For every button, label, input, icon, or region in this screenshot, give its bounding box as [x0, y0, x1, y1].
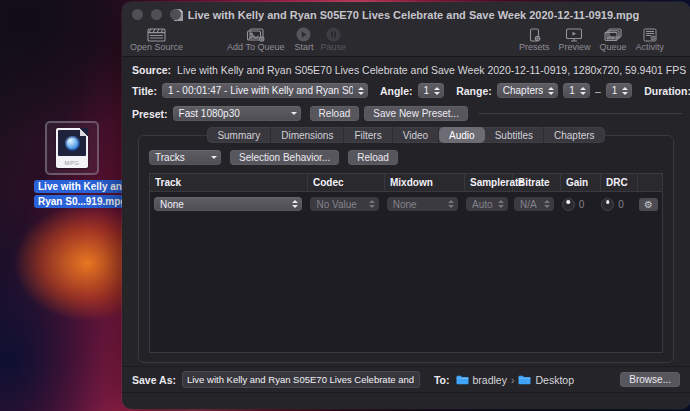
chevron-updown-icon	[548, 87, 554, 95]
source-row: Source: Live with Kelly and Ryan S05E70 …	[122, 57, 690, 80]
add-to-queue-icon	[246, 27, 265, 42]
codec-select-value: No Value	[316, 199, 356, 210]
chevron-updown-icon	[358, 87, 364, 95]
drc-knob[interactable]	[601, 198, 614, 211]
activity-button[interactable]: Activity	[635, 27, 664, 52]
track-cell: None	[150, 197, 306, 211]
start-button[interactable]: Start	[294, 27, 313, 52]
file-name-label: Live with Kelly and Ryan S0...919.mpg	[34, 178, 110, 208]
minimize-button[interactable]	[151, 9, 162, 20]
audio-track-row: None No Value None	[150, 192, 662, 216]
zoom-button[interactable]	[170, 9, 181, 20]
open-source-label: Open Source	[130, 42, 183, 52]
bitrate-select-value: N/A	[520, 199, 537, 210]
angle-label: Angle:	[380, 85, 413, 97]
add-to-queue-button[interactable]: Add To Queue	[227, 27, 284, 52]
tracks-menu-label: Tracks	[155, 152, 185, 163]
gain-knob[interactable]	[562, 198, 575, 211]
pause-label: Pause	[320, 42, 346, 52]
toolbar-right-group: Presets Preview Queue Activity	[519, 27, 664, 52]
source-value: Live with Kelly and Ryan S05E70 Lives Ce…	[177, 64, 686, 76]
handbrake-window: Live with Kelly and Ryan S05E70 Lives Ce…	[122, 2, 690, 409]
angle-popup[interactable]: 1	[418, 83, 445, 98]
tab-chapters[interactable]: Chapters	[544, 127, 605, 143]
source-label: Source:	[132, 64, 171, 76]
tab-summary[interactable]: Summary	[207, 127, 271, 143]
close-button[interactable]	[132, 9, 143, 20]
queue-label: Queue	[599, 42, 626, 52]
audio-controls-row: Tracks Selection Behavior... Reload	[149, 150, 663, 165]
file-type-badge: MPG	[56, 160, 88, 166]
chevron-updown-icon	[580, 87, 586, 95]
save-new-preset-button[interactable]: Save New Preset...	[364, 106, 468, 121]
column-codec: Codec	[308, 174, 385, 191]
page-fold	[80, 128, 88, 136]
chevron-down-icon	[291, 112, 297, 115]
preview-label: Preview	[558, 42, 590, 52]
bitrate-select: N/A	[514, 197, 554, 211]
file-name-line2: Ryan S0...919.mpg	[34, 195, 130, 208]
column-samplerate: Samplerate	[465, 174, 513, 191]
file-name-line1: Live with Kelly and	[34, 180, 132, 193]
title-row: Title: 1 - 00:01:47 - Live with Kelly an…	[122, 80, 690, 100]
desktop-file-icon[interactable]: MPG Live with Kelly and Ryan S0...919.mp…	[34, 121, 110, 208]
tab-bar: Summary Dimensions Filters Video Audio S…	[207, 127, 604, 143]
gain-value: 0	[579, 199, 585, 210]
file-selection-highlight: MPG	[45, 121, 99, 175]
queue-stack-icon	[604, 27, 622, 42]
track-settings-button[interactable]: ⚙	[639, 198, 658, 211]
column-bitrate: Bitrate	[513, 174, 561, 191]
tab-dimensions[interactable]: Dimensions	[271, 127, 344, 143]
folder-icon	[456, 375, 469, 385]
range-type-value: Chapters	[503, 85, 544, 96]
range-from-popup[interactable]: 1	[563, 83, 590, 98]
toolbar: Open Source Add To Queue Start Pause	[122, 27, 690, 56]
range-to-popup[interactable]: 1	[606, 83, 633, 98]
chevron-updown-icon	[498, 200, 504, 208]
chevron-updown-icon	[369, 200, 375, 208]
browse-button[interactable]: Browse...	[620, 372, 680, 387]
tab-audio[interactable]: Audio	[439, 127, 485, 143]
titlebar[interactable]: Live with Kelly and Ryan S05E70 Lives Ce…	[122, 2, 690, 27]
preset-popup[interactable]: Fast 1080p30	[173, 106, 301, 121]
samplerate-select-value: Auto	[472, 199, 493, 210]
to-label: To:	[434, 374, 450, 386]
play-icon	[296, 27, 311, 42]
mpg-file-icon: MPG	[56, 128, 88, 168]
preset-label: Preset:	[132, 108, 168, 120]
column-mixdown: Mixdown	[385, 174, 465, 191]
activity-log-icon	[643, 27, 657, 42]
add-to-queue-label: Add To Queue	[227, 42, 284, 52]
tabs-row: Summary Dimensions Filters Video Audio S…	[122, 127, 690, 143]
tracks-menu-button[interactable]: Tracks	[149, 150, 221, 165]
range-type-popup[interactable]: Chapters	[497, 83, 559, 98]
title-label: Title:	[132, 85, 157, 97]
presets-button[interactable]: Presets	[519, 27, 550, 52]
column-gain: Gain	[561, 174, 601, 191]
samplerate-select: Auto	[466, 197, 508, 211]
save-as-filename-input[interactable]	[182, 371, 420, 388]
open-source-button[interactable]: Open Source	[130, 27, 183, 52]
title-popup[interactable]: 1 - 00:01:47 - Live with Kelly and Ryan …	[162, 83, 368, 98]
mixdown-select: None	[387, 197, 458, 211]
presets-panel-icon	[527, 27, 542, 42]
column-drc: DRC	[601, 174, 638, 191]
selection-behavior-button[interactable]: Selection Behavior...	[230, 150, 339, 165]
preview-button[interactable]: Preview	[558, 27, 590, 52]
reload-preset-button[interactable]: Reload	[310, 106, 360, 121]
tab-filters[interactable]: Filters	[344, 127, 392, 143]
tab-subtitles[interactable]: Subtitles	[485, 127, 544, 143]
track-select[interactable]: None	[154, 197, 302, 211]
divider	[479, 113, 682, 114]
queue-button[interactable]: Queue	[599, 27, 626, 52]
mixdown-select-value: None	[393, 199, 417, 210]
reload-tracks-button[interactable]: Reload	[348, 150, 398, 165]
tab-video[interactable]: Video	[393, 127, 439, 143]
range-label: Range:	[456, 85, 492, 97]
quicktime-logo-icon	[65, 136, 80, 151]
destination-path: bradley › Desktop	[456, 374, 574, 386]
bitrate-cell: N/A	[510, 197, 558, 211]
chevron-updown-icon	[622, 87, 628, 95]
preset-row: Preset: Fast 1080p30 Reload Save New Pre…	[122, 103, 690, 123]
window-title: Live with Kelly and Ryan S05E70 Lives Ce…	[188, 9, 640, 21]
